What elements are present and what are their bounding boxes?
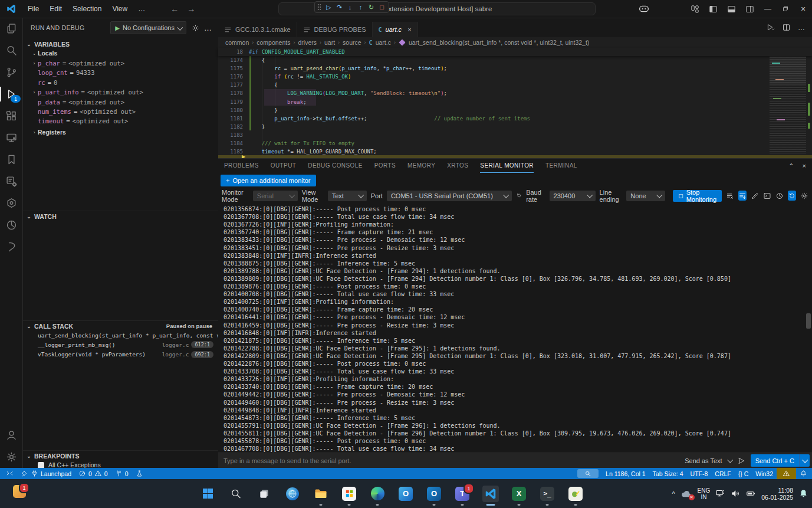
breadcrumb-item[interactable]: uart xyxy=(324,39,335,46)
split-editor-icon[interactable] xyxy=(782,23,791,32)
network-icon[interactable] xyxy=(715,489,725,499)
toggle-panel-icon[interactable] xyxy=(727,5,736,14)
taskbar-browser-globe[interactable] xyxy=(284,486,301,502)
breadcrumb-item[interactable]: components xyxy=(257,39,290,46)
menu-view[interactable]: View xyxy=(107,2,133,15)
sidebar-more-actions-icon[interactable]: … xyxy=(204,24,212,32)
expand-icon[interactable]: › xyxy=(31,90,38,95)
run-file-icon[interactable] xyxy=(766,23,775,32)
activity-extensions[interactable] xyxy=(0,105,22,127)
tab-gcc-10-3-1-cmake[interactable]: GCC.10.3.1.cmake xyxy=(218,22,297,37)
panel-tab-debug-console[interactable]: DEBUG CONSOLE xyxy=(308,159,362,173)
minimize-button[interactable]: — xyxy=(759,0,777,18)
section-watch[interactable]: ⌄WATCH xyxy=(22,211,218,221)
variable-row[interactable]: ›p_uart_info=<optimized out> xyxy=(22,87,218,97)
editor-scrollbar[interactable] xyxy=(806,48,812,158)
code-line[interactable]: 1175 rc = uart_psend_char(p_uart_info, *… xyxy=(218,64,812,73)
refresh-ports-icon[interactable] xyxy=(516,191,522,200)
minimap[interactable] xyxy=(770,48,806,153)
tray-chevron-up-icon[interactable]: ^ xyxy=(672,490,675,497)
call-stack-frame[interactable]: __logger_print_mb_msg()logger.c612:1 xyxy=(22,340,218,349)
send-as-label[interactable]: Send as Text xyxy=(685,457,722,464)
taskbar-teams[interactable]: T1 xyxy=(454,486,471,502)
taskbar-vscode[interactable] xyxy=(482,486,499,502)
variable-row[interactable]: p_data=<optimized out> xyxy=(22,97,218,107)
customize-layout-icon[interactable] xyxy=(691,5,699,14)
registers-row[interactable]: ›Registers xyxy=(22,127,218,137)
activity-search[interactable] xyxy=(0,40,22,61)
code-line[interactable]: 1181 p_uart_info->tx_buf.offset++; // up… xyxy=(218,114,812,123)
code-line[interactable]: 1177 { xyxy=(218,81,812,89)
taskbar-edge[interactable] xyxy=(369,486,386,502)
status-item-2[interactable]: UTF-8 xyxy=(687,468,712,479)
toggle-sidebar-icon[interactable] xyxy=(709,5,718,14)
activity-code-runner[interactable] xyxy=(0,171,22,192)
battery-icon[interactable] xyxy=(746,489,756,499)
tab-debug-probes[interactable]: DEBUG PROBES xyxy=(297,22,373,37)
taskbar-task-view[interactable] xyxy=(256,486,272,502)
breadcrumb-item[interactable]: drivers xyxy=(298,39,317,46)
status-item-1[interactable]: Tab Size: 4 xyxy=(649,468,687,479)
send-as-chevron-icon[interactable] xyxy=(727,457,733,463)
select-line-ending[interactable]: None xyxy=(626,191,665,201)
taskbar-widget-icon[interactable]: 1 xyxy=(13,485,26,498)
problems-indicator[interactable]: 00 xyxy=(75,468,111,479)
status-item-5[interactable]: Win32 xyxy=(752,468,777,479)
panel-tab-terminal[interactable]: TERMINAL xyxy=(545,159,577,173)
panel-tab-memory[interactable]: MEMORY xyxy=(407,159,435,173)
send-message-icon[interactable] xyxy=(737,457,745,465)
panel-scrollbar-thumb[interactable] xyxy=(806,313,811,329)
code-line[interactable]: 1184 /// wait for Tx FIFO to empty xyxy=(218,139,812,148)
stop-monitoring-button[interactable]: ◻Stop Monitoring xyxy=(673,190,722,202)
activity-hook-tool[interactable] xyxy=(0,236,22,258)
auto-reconnect-button[interactable] xyxy=(788,191,796,201)
launchpad-item[interactable]: Launchpad xyxy=(17,468,75,479)
activity-remote-explorer[interactable] xyxy=(0,127,22,149)
activity-source-control[interactable] xyxy=(0,61,22,83)
sticky-scroll-line[interactable]: 18#if CONFIG_MODULE_UART_ENABLED xyxy=(218,48,812,56)
forward-arrow-icon[interactable]: → xyxy=(187,4,195,14)
toggle-secondary-sidebar-icon[interactable] xyxy=(745,5,754,14)
variable-row[interactable]: num_items=<optimized out> xyxy=(22,107,218,116)
activity-pie-clock[interactable] xyxy=(0,214,22,236)
code-line[interactable]: 1178 LOG_WARNING(LOG_MOD_UART, "SendBloc… xyxy=(218,89,812,97)
remote-indicator[interactable] xyxy=(2,468,17,479)
panel-tab-output[interactable]: OUTPUT xyxy=(271,159,297,173)
notifications-bell[interactable] xyxy=(796,468,811,479)
step-out-button[interactable]: ↑ xyxy=(356,3,365,12)
call-stack-frame[interactable]: uart_send_blocking(st_uart_info * p_uart… xyxy=(22,330,218,340)
drag-grip-icon[interactable] xyxy=(317,4,321,11)
menu-file[interactable]: File xyxy=(22,2,44,15)
breadcrumb-item[interactable]: uart.c xyxy=(376,39,391,46)
menu-edit[interactable]: Edit xyxy=(44,2,67,15)
variable-row[interactable]: timeout=<optimized out> xyxy=(22,116,218,126)
continue-button[interactable]: ▷ xyxy=(324,3,333,12)
back-arrow-icon[interactable]: ← xyxy=(170,4,179,14)
code-line[interactable]: 1174 { xyxy=(218,56,812,64)
select-port[interactable]: COM51 - USB Serial Port (COM51) xyxy=(387,191,512,201)
serial-monitor-output[interactable]: 0201356874:[0][DBG][GENR]:----- Post pro… xyxy=(218,203,812,453)
taskbar-outlook-new[interactable]: O xyxy=(397,486,414,502)
close-panel-icon[interactable]: × xyxy=(803,162,806,169)
taskbar-excel[interactable]: X xyxy=(511,486,527,502)
variable-row[interactable]: loop_cnt=94333 xyxy=(22,68,218,77)
status-item-0[interactable]: Ln 1186, Col 1 xyxy=(602,468,649,479)
taskbar-microsoft-store[interactable] xyxy=(341,486,357,502)
serial-message-input[interactable]: Type in a message to send to the serial … xyxy=(223,457,351,464)
taskbar-terminal[interactable]: >_ xyxy=(539,486,555,502)
step-over-button[interactable]: ↷ xyxy=(335,3,344,12)
section-call-stack[interactable]: ⌄CALL STACKPaused on pause xyxy=(22,320,218,331)
select-view-mode[interactable]: Text xyxy=(328,191,367,201)
maximize-panel-icon[interactable]: ⌃ xyxy=(788,162,794,170)
maximize-button[interactable] xyxy=(777,0,794,18)
section-breakpoints[interactable]: ⌄BREAKPOINTS xyxy=(22,450,218,461)
activity-explorer[interactable] xyxy=(0,18,22,40)
onedrive-icon[interactable]: ✕ xyxy=(680,489,692,499)
stop-button[interactable]: □ xyxy=(377,3,386,12)
more-actions-icon[interactable]: … xyxy=(798,24,805,32)
clear-output-button[interactable] xyxy=(726,191,734,201)
copilot-icon[interactable] xyxy=(637,2,650,15)
code-line[interactable]: 1185 timeout *= HAL_LOOP_GUARD_MAX_COUNT… xyxy=(218,148,812,156)
restart-button[interactable]: ↻ xyxy=(367,3,376,12)
taskbar-search[interactable] xyxy=(228,486,244,502)
